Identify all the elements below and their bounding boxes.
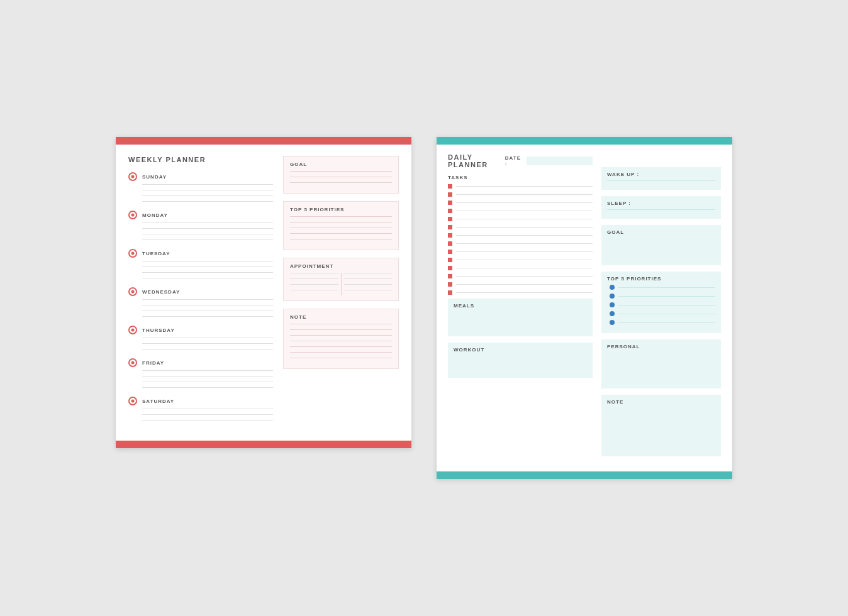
- weekly-bottom-bar: [116, 441, 411, 448]
- weekly-right-column: GOAL TOP 5 PRIORITIES APPOINTMENT: [283, 156, 399, 429]
- wake-up-label: WAKE UP :: [607, 172, 715, 177]
- sleep-section: SLEEP :: [601, 196, 721, 219]
- task-item-2: [448, 192, 593, 197]
- daily-priorities-section: TOP 5 PRIORITIES: [601, 272, 721, 333]
- task-item-6: [448, 225, 593, 229]
- workout-section: WORKOUT: [448, 343, 593, 378]
- personal-label: PERSONAL: [607, 344, 715, 349]
- meals-section: MEALS: [448, 299, 593, 336]
- personal-section: PERSONAL: [601, 339, 721, 388]
- task-square-10: [448, 258, 452, 262]
- weekly-appointment-label: APPOINTMENT: [290, 263, 392, 269]
- priority-dot-4: [610, 311, 615, 316]
- weekly-goal-section: GOAL: [283, 156, 399, 194]
- task-item-3: [448, 201, 593, 205]
- task-square-12: [448, 274, 452, 278]
- task-square-6: [448, 225, 452, 229]
- daily-bottom-bar: [437, 471, 732, 479]
- task-item-5: [448, 217, 593, 221]
- sleep-label: SLEEP :: [607, 201, 715, 206]
- daily-priorities-label: TOP 5 PRIORITIES: [607, 276, 715, 282]
- priority-3: [610, 302, 715, 307]
- task-item-8: [448, 241, 593, 246]
- main-container: WEEKLY PLANNER SUNDAY MONDAY: [116, 137, 732, 479]
- task-square-2: [448, 192, 452, 197]
- day-tuesday: TUESDAY: [128, 249, 273, 278]
- task-square-3: [448, 201, 452, 205]
- tuesday-circle: [128, 249, 137, 258]
- task-item-12: [448, 274, 593, 278]
- task-square-8: [448, 241, 452, 246]
- task-square-1: [448, 184, 452, 189]
- saturday-circle: [128, 397, 137, 405]
- date-label: DATE :: [505, 155, 525, 167]
- day-monday: MONDAY: [128, 211, 273, 240]
- daily-note-section: NOTE: [601, 395, 721, 456]
- weekly-goal-label: GOAL: [290, 162, 392, 167]
- wake-up-section: WAKE UP :: [601, 167, 721, 190]
- task-item-14: [448, 290, 593, 295]
- daily-right-column: WAKE UP : SLEEP : GOAL TOP 5 PRIORITIES: [601, 153, 721, 463]
- daily-note-label: NOTE: [607, 399, 715, 405]
- day-friday: FRIDAY: [128, 358, 273, 388]
- daily-title: DAILY PLANNER: [448, 153, 505, 168]
- sunday-lines: [142, 184, 273, 202]
- task-square-7: [448, 233, 452, 238]
- priority-dot-1: [610, 285, 615, 290]
- date-box: DATE :: [505, 155, 593, 167]
- task-square-5: [448, 217, 452, 221]
- day-wednesday: WEDNESDAY: [128, 287, 273, 317]
- weekly-left-column: WEEKLY PLANNER SUNDAY MONDAY: [128, 156, 273, 429]
- priority-4: [610, 311, 715, 316]
- daily-goal-label: GOAL: [607, 229, 715, 235]
- priority-dot-3: [610, 302, 615, 307]
- weekly-appointment-section: APPOINTMENT: [283, 258, 399, 301]
- priority-5: [610, 320, 715, 325]
- day-sunday: SUNDAY: [128, 172, 273, 202]
- daily-goal-section: GOAL: [601, 225, 721, 265]
- workout-content: [454, 356, 587, 373]
- monday-lines: [142, 223, 273, 240]
- task-item-1: [448, 184, 593, 189]
- priority-dot-2: [610, 294, 615, 299]
- tuesday-label: TUESDAY: [142, 251, 170, 256]
- wednesday-circle: [128, 287, 137, 296]
- wednesday-label: WEDNESDAY: [142, 289, 180, 295]
- task-item-13: [448, 282, 593, 287]
- task-square-9: [448, 250, 452, 254]
- priorities-list: [607, 285, 715, 325]
- daily-header-row: DAILY PLANNER DATE :: [448, 153, 593, 168]
- meals-content: [454, 312, 587, 329]
- weekly-planner: WEEKLY PLANNER SUNDAY MONDAY: [116, 137, 411, 448]
- weekly-note-section: NOTE: [283, 309, 399, 369]
- priority-1: [610, 285, 715, 290]
- weekly-note-label: NOTE: [290, 314, 392, 320]
- sunday-label: SUNDAY: [142, 174, 167, 180]
- thursday-lines: [142, 338, 273, 349]
- friday-lines: [142, 370, 273, 388]
- thursday-circle: [128, 326, 137, 334]
- task-square-4: [448, 209, 452, 213]
- task-item-10: [448, 258, 593, 262]
- day-saturday: SATURDAY: [128, 397, 273, 421]
- saturday-label: SATURDAY: [142, 399, 174, 404]
- weekly-top-bar: [116, 137, 411, 145]
- task-item-11: [448, 266, 593, 270]
- task-square-13: [448, 282, 452, 287]
- monday-circle: [128, 211, 137, 219]
- priority-2: [610, 294, 715, 299]
- date-field[interactable]: [527, 157, 593, 165]
- task-item-4: [448, 209, 593, 213]
- weekly-title: WEEKLY PLANNER: [128, 156, 273, 163]
- friday-label: FRIDAY: [142, 360, 164, 366]
- weekly-priorities-section: TOP 5 PRIORITIES: [283, 201, 399, 250]
- task-square-14: [448, 290, 452, 295]
- tuesday-lines: [142, 261, 273, 278]
- task-square-11: [448, 266, 452, 270]
- saturday-lines: [142, 409, 273, 421]
- wednesday-lines: [142, 299, 273, 317]
- meals-label: MEALS: [454, 303, 587, 309]
- sunday-circle: [128, 172, 137, 181]
- daily-planner: DAILY PLANNER DATE : TASKS: [437, 137, 732, 479]
- workout-label: WORKOUT: [454, 347, 587, 353]
